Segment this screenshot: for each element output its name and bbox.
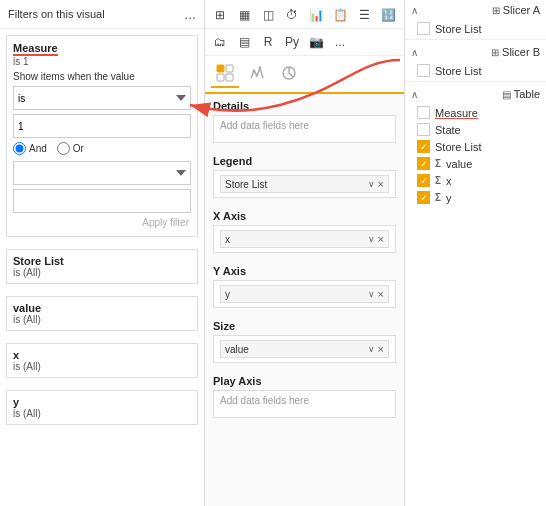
toolbar-icon-5[interactable]: 📊 bbox=[305, 4, 327, 26]
x-axis-chip-controls: ∨ × bbox=[368, 233, 384, 245]
details-section-header: Details bbox=[205, 94, 404, 115]
slicer-a-store-list-checkbox[interactable] bbox=[417, 22, 430, 35]
y-axis-chip-remove[interactable]: × bbox=[378, 288, 384, 300]
radio-group: And Or bbox=[13, 142, 191, 155]
size-dropzone: value ∨ × bbox=[213, 335, 396, 363]
y-axis-chip[interactable]: y ∨ × bbox=[220, 285, 389, 303]
toolbar-icon-more[interactable]: ... bbox=[329, 31, 351, 53]
size-chip[interactable]: value ∨ × bbox=[220, 340, 389, 358]
slicer-b-store-list-checkbox[interactable] bbox=[417, 64, 430, 77]
legend-section-header: Legend bbox=[205, 149, 404, 170]
show-items-label: Show items when the value bbox=[13, 71, 191, 82]
toolbar-icon-7[interactable]: ☰ bbox=[353, 4, 375, 26]
table-measure-item[interactable]: Measure bbox=[405, 104, 546, 121]
table-value-checkbox[interactable] bbox=[417, 157, 430, 170]
svg-rect-1 bbox=[217, 65, 224, 72]
y-axis-dropzone: y ∨ × bbox=[213, 280, 396, 308]
filters-panel: Filters on this visual ... Measure is 1 … bbox=[0, 0, 205, 506]
x-axis-section-header: X Axis bbox=[205, 204, 404, 225]
radio-or[interactable]: Or bbox=[57, 142, 84, 155]
y-axis-chip-controls: ∨ × bbox=[368, 288, 384, 300]
filters-header: Filters on this visual ... bbox=[0, 0, 204, 29]
play-axis-section-header: Play Axis bbox=[205, 369, 404, 390]
size-chip-controls: ∨ × bbox=[368, 343, 384, 355]
toolbar-icon-1[interactable]: ⊞ bbox=[209, 4, 231, 26]
toolbar-icon-4[interactable]: ⏱ bbox=[281, 4, 303, 26]
table-y-item[interactable]: Σ y bbox=[405, 189, 546, 206]
fields-panel: ∧ ⊞ Slicer A Store List ∧ ⊞ Slicer B Sto… bbox=[405, 0, 546, 506]
filters-panel-title: Filters on this visual bbox=[8, 8, 105, 20]
viz-tool-analytics[interactable] bbox=[275, 60, 303, 88]
radio-and[interactable]: And bbox=[13, 142, 47, 155]
slicer-a-table-icon: ⊞ bbox=[492, 5, 500, 16]
legend-dropzone: Store List ∨ × bbox=[213, 170, 396, 198]
svg-point-5 bbox=[253, 70, 256, 73]
toolbar-icon-8[interactable]: 🔢 bbox=[377, 4, 399, 26]
x-axis-chip-chevron[interactable]: ∨ bbox=[368, 234, 375, 244]
table-header[interactable]: ∧ ▤ Table bbox=[405, 84, 546, 104]
legend-chip[interactable]: Store List ∨ × bbox=[220, 175, 389, 193]
y-filter-card: y is (All) bbox=[6, 390, 198, 425]
table-store-list-item[interactable]: Store List bbox=[405, 138, 546, 155]
svg-rect-4 bbox=[226, 74, 233, 81]
toolbar-icon-10[interactable]: ▤ bbox=[233, 31, 255, 53]
viz-tool-format[interactable] bbox=[243, 60, 271, 88]
table-state-item[interactable]: State bbox=[405, 121, 546, 138]
x-axis-dropzone: x ∨ × bbox=[213, 225, 396, 253]
second-condition-select[interactable] bbox=[13, 161, 191, 185]
store-list-filter-card: Store List is (All) bbox=[6, 249, 198, 284]
value-filter-card: value is (All) bbox=[6, 296, 198, 331]
slicer-b-header[interactable]: ∧ ⊞ Slicer B bbox=[405, 42, 546, 62]
svg-rect-2 bbox=[226, 65, 233, 72]
table-x-checkbox[interactable] bbox=[417, 174, 430, 187]
toolbar-icon-11[interactable]: R bbox=[257, 31, 279, 53]
second-filter-value-input[interactable] bbox=[13, 189, 191, 213]
table-value-item[interactable]: Σ value bbox=[405, 155, 546, 172]
table-state-checkbox[interactable] bbox=[417, 123, 430, 136]
y-axis-chip-chevron[interactable]: ∨ bbox=[368, 289, 375, 299]
size-chip-remove[interactable]: × bbox=[378, 343, 384, 355]
details-dropzone[interactable]: Add data fields here bbox=[213, 115, 396, 143]
toolbar-icon-12[interactable]: Py bbox=[281, 31, 303, 53]
condition-select[interactable]: is is not is less than is greater than bbox=[13, 86, 191, 110]
toolbar-icon-13[interactable]: 📷 bbox=[305, 31, 327, 53]
table-table-icon: ▤ bbox=[502, 89, 511, 100]
table-measure-checkbox[interactable] bbox=[417, 106, 430, 119]
toolbar-row-1: ⊞ ▦ ◫ ⏱ 📊 📋 ☰ 🔢 bbox=[205, 0, 404, 29]
viz-tools-row bbox=[205, 56, 404, 94]
x-axis-chip[interactable]: x ∨ × bbox=[220, 230, 389, 248]
measure-filter-card: Measure is 1 Show items when the value i… bbox=[6, 35, 198, 237]
slicer-b-table-icon: ⊞ bbox=[491, 47, 499, 58]
svg-point-6 bbox=[259, 67, 262, 70]
legend-chip-chevron[interactable]: ∨ bbox=[368, 179, 375, 189]
size-section-header: Size bbox=[205, 314, 404, 335]
slicer-b-collapse-icon: ∧ bbox=[411, 47, 418, 58]
legend-chip-controls: ∨ × bbox=[368, 178, 384, 190]
apply-filter-button[interactable]: Apply filter bbox=[13, 217, 191, 228]
filters-more-options[interactable]: ... bbox=[184, 6, 196, 22]
toolbar-icon-9[interactable]: 🗂 bbox=[209, 31, 231, 53]
toolbar-icon-3[interactable]: ◫ bbox=[257, 4, 279, 26]
size-chip-chevron[interactable]: ∨ bbox=[368, 344, 375, 354]
table-collapse-icon: ∧ bbox=[411, 89, 418, 100]
slicer-b-store-list-item[interactable]: Store List bbox=[405, 62, 546, 79]
toolbar-row-2: 🗂 ▤ R Py 📷 ... bbox=[205, 29, 404, 56]
measure-card-subtitle: is 1 bbox=[13, 56, 191, 67]
toolbar-icon-2[interactable]: ▦ bbox=[233, 4, 255, 26]
slicer-a-header[interactable]: ∧ ⊞ Slicer A bbox=[405, 0, 546, 20]
svg-rect-3 bbox=[217, 74, 224, 81]
viz-panel: ⊞ ▦ ◫ ⏱ 📊 📋 ☰ 🔢 🗂 ▤ R Py 📷 ... bbox=[205, 0, 405, 506]
table-y-checkbox[interactable] bbox=[417, 191, 430, 204]
slicer-a-collapse-icon: ∧ bbox=[411, 5, 418, 16]
x-axis-chip-remove[interactable]: × bbox=[378, 233, 384, 245]
filter-value-input[interactable] bbox=[13, 114, 191, 138]
measure-card-title: Measure bbox=[13, 42, 191, 54]
legend-chip-remove[interactable]: × bbox=[378, 178, 384, 190]
viz-tool-fields[interactable] bbox=[211, 60, 239, 88]
play-axis-dropzone[interactable]: Add data fields here bbox=[213, 390, 396, 418]
table-store-list-checkbox[interactable] bbox=[417, 140, 430, 153]
x-filter-card: x is (All) bbox=[6, 343, 198, 378]
table-x-item[interactable]: Σ x bbox=[405, 172, 546, 189]
toolbar-icon-6[interactable]: 📋 bbox=[329, 4, 351, 26]
slicer-a-store-list-item[interactable]: Store List bbox=[405, 20, 546, 37]
